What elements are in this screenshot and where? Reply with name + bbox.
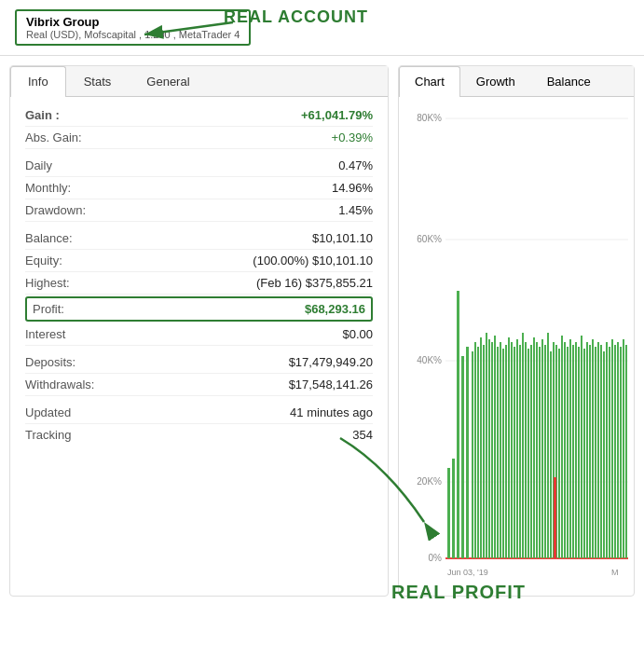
svg-rect-39 xyxy=(544,345,546,558)
svg-rect-51 xyxy=(578,347,580,558)
svg-rect-30 xyxy=(519,345,521,558)
equity-label: Equity: xyxy=(25,254,62,268)
svg-rect-59 xyxy=(600,345,602,558)
updated-label: Updated xyxy=(25,405,71,419)
svg-rect-13 xyxy=(472,351,473,558)
y-label-20k: 20K% xyxy=(417,476,442,487)
svg-rect-38 xyxy=(541,339,543,558)
svg-rect-46 xyxy=(564,342,566,558)
tracking-label: Tracking xyxy=(25,428,71,442)
svg-rect-55 xyxy=(589,345,591,558)
svg-rect-11 xyxy=(461,356,464,558)
svg-rect-56 xyxy=(592,339,594,558)
right-tabs: Chart Growth Balance xyxy=(399,66,634,97)
tab-chart[interactable]: Chart xyxy=(399,66,460,97)
x-label-right: M xyxy=(611,568,619,577)
withdrawals-row: Withdrawals: $17,548,141.26 xyxy=(25,374,373,396)
monthly-row: Monthly: 14.96% xyxy=(25,177,373,199)
svg-rect-25 xyxy=(505,345,507,558)
svg-rect-17 xyxy=(483,345,485,558)
gain-row: Gain : +61,041.79% xyxy=(25,104,373,127)
svg-rect-41 xyxy=(550,351,552,558)
svg-rect-26 xyxy=(508,337,510,558)
left-tabs: Info Stats General xyxy=(10,66,388,97)
y-label-80k: 80K% xyxy=(417,113,442,123)
svg-rect-62 xyxy=(609,347,610,558)
profit-label: Profit: xyxy=(33,302,64,316)
tab-general[interactable]: General xyxy=(129,66,207,96)
balance-label: Balance: xyxy=(25,231,73,245)
svg-rect-68 xyxy=(625,345,627,558)
svg-rect-18 xyxy=(486,333,487,558)
svg-rect-15 xyxy=(477,347,479,558)
svg-rect-22 xyxy=(497,347,499,558)
svg-rect-20 xyxy=(491,342,493,558)
interest-row: Interest $0.00 xyxy=(25,323,373,346)
chart-bars xyxy=(447,291,627,558)
svg-rect-49 xyxy=(572,345,574,558)
svg-rect-19 xyxy=(488,339,490,558)
y-label-60k: 60K% xyxy=(417,234,442,244)
left-panel: Info Stats General Gain : +61,041.79% Ab… xyxy=(9,65,389,597)
chart-container: 80K% 60K% 40K% 20K% 0% xyxy=(399,97,634,596)
svg-rect-47 xyxy=(567,347,569,558)
highest-row: Highest: (Feb 16) $375,855.21 xyxy=(25,272,373,295)
abs-gain-value: +0.39% xyxy=(332,130,373,144)
highest-value: (Feb 16) $375,855.21 xyxy=(256,276,373,290)
annotation-real-profit: REAL PROFIT xyxy=(391,582,526,603)
svg-rect-32 xyxy=(525,342,527,558)
equity-value: (100.00%) $10,101.10 xyxy=(253,254,373,268)
profit-value: $68,293.16 xyxy=(305,302,365,316)
svg-rect-58 xyxy=(597,342,599,558)
x-label: Jun 03, '19 xyxy=(447,568,488,577)
updated-row: Updated 41 minutes ago xyxy=(25,402,373,424)
abs-gain-row: Abs. Gain: +0.39% xyxy=(25,127,373,149)
withdrawals-value: $17,548,141.26 xyxy=(289,378,373,391)
svg-rect-50 xyxy=(575,342,577,558)
svg-rect-45 xyxy=(561,336,563,558)
daily-value: 0.47% xyxy=(338,158,373,172)
drawdown-value: 1.45% xyxy=(338,203,373,217)
svg-rect-9 xyxy=(452,459,455,558)
deposits-label: Deposits: xyxy=(25,355,75,369)
svg-rect-14 xyxy=(474,342,476,558)
svg-rect-21 xyxy=(494,336,496,558)
monthly-label: Monthly: xyxy=(25,181,71,195)
y-label-0: 0% xyxy=(429,553,443,563)
tab-balance[interactable]: Balance xyxy=(531,66,607,96)
svg-rect-57 xyxy=(595,347,596,558)
daily-row: Daily 0.47% xyxy=(25,155,373,177)
svg-rect-52 xyxy=(581,336,582,558)
interest-value: $0.00 xyxy=(342,327,373,341)
balance-row: Balance: $10,101.10 xyxy=(25,227,373,250)
svg-rect-16 xyxy=(480,337,482,558)
deposits-value: $17,479,949.20 xyxy=(289,355,373,369)
tab-growth[interactable]: Growth xyxy=(460,66,531,96)
account-sub: Real (USD), Mofscapital , 1:200 , MetaTr… xyxy=(26,29,240,40)
svg-rect-23 xyxy=(500,342,501,558)
svg-rect-27 xyxy=(511,342,513,558)
svg-rect-28 xyxy=(514,347,515,558)
info-table: Gain : +61,041.79% Abs. Gain: +0.39% Dai… xyxy=(10,97,388,453)
balance-value: $10,101.10 xyxy=(312,231,373,245)
svg-rect-34 xyxy=(530,345,532,558)
gain-label: Gain : xyxy=(25,108,60,122)
tab-stats[interactable]: Stats xyxy=(66,66,130,96)
svg-rect-69 xyxy=(554,477,556,558)
svg-rect-67 xyxy=(623,339,624,558)
highest-label: Highest: xyxy=(25,276,70,290)
withdrawals-label: Withdrawals: xyxy=(25,378,94,391)
svg-rect-36 xyxy=(536,342,538,558)
daily-label: Daily xyxy=(25,158,52,172)
svg-rect-63 xyxy=(611,339,613,558)
profit-row: Profit: $68,293.16 xyxy=(25,296,373,322)
tab-info[interactable]: Info xyxy=(10,66,66,97)
deposits-row: Deposits: $17,479,949.20 xyxy=(25,351,373,374)
svg-rect-24 xyxy=(502,349,504,558)
tracking-value: 354 xyxy=(352,428,373,442)
svg-rect-64 xyxy=(614,345,616,558)
account-name: Vibrix Group xyxy=(26,15,240,29)
account-box: Vibrix Group Real (USD), Mofscapital , 1… xyxy=(15,9,251,46)
annotation-real-account: REAL ACCOUNT xyxy=(224,7,368,27)
svg-rect-44 xyxy=(558,349,560,558)
